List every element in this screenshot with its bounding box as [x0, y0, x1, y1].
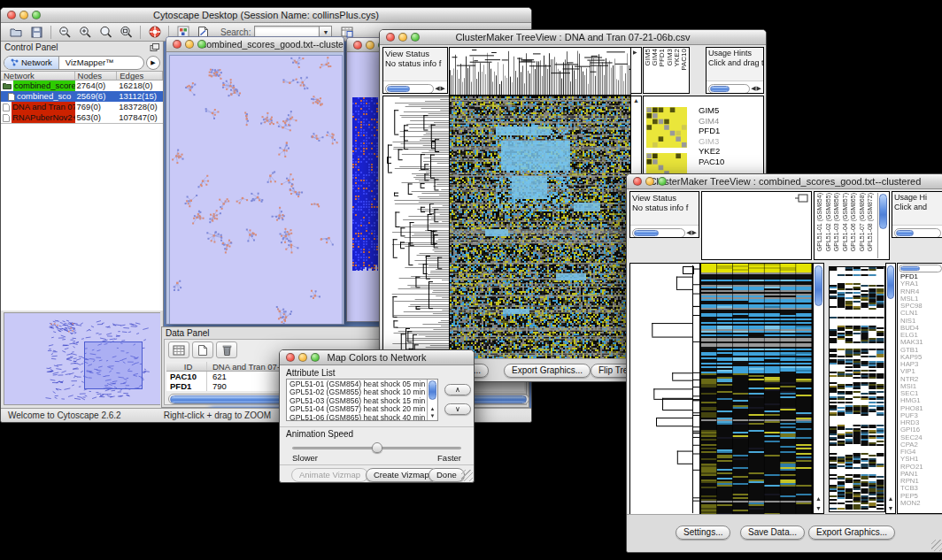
minimize-icon[interactable]: [19, 11, 28, 19]
network-row-selected[interactable]: combined_sco 2569(6) 13112(15): [1, 91, 163, 102]
help-lifesaver-icon[interactable]: [144, 24, 165, 40]
create-vizmap-button[interactable]: Create Vizmap: [366, 468, 437, 482]
gene-label[interactable]: MON2: [900, 500, 923, 507]
array-label[interactable]: PAC10: [681, 49, 688, 71]
export-graphics-button[interactable]: Export Graphics...: [504, 364, 591, 378]
new-page-icon[interactable]: [192, 341, 213, 358]
scroll-left-icon[interactable]: ◀: [751, 85, 755, 92]
row-dendrogram-canvas[interactable]: [629, 263, 700, 516]
zoom-window-icon[interactable]: [311, 353, 320, 362]
expression-heatmap-canvas[interactable]: [449, 96, 631, 360]
zoom-window-icon[interactable]: [411, 33, 420, 42]
attribute-list-vscrollbar[interactable]: ▲ ▼: [427, 380, 437, 420]
column-header-nodes[interactable]: Nodes: [75, 72, 118, 80]
row-dendrogram-canvas[interactable]: [382, 96, 451, 360]
array-label[interactable]: GPL51-02 (GSM855): [825, 193, 834, 251]
gene-label[interactable]: PAC10: [699, 157, 724, 167]
column-dendrogram-canvas[interactable]: [449, 47, 631, 96]
heatmap-vscrollbar[interactable]: ▲ ▼: [813, 263, 824, 514]
view-status-hscrollbar[interactable]: [385, 84, 434, 94]
network-row[interactable]: combined_scores 2764(0) 16218(0): [1, 81, 163, 91]
tab-vizmapper[interactable]: VizMapper™: [59, 57, 120, 69]
view-status-hscrollbar[interactable]: [632, 228, 685, 238]
gene-list-vscrollbar[interactable]: ▲ ▼: [885, 263, 896, 514]
treeview2-titlebar[interactable]: ClusterMaker TreeView : combined_scores_…: [627, 174, 942, 189]
close-icon[interactable]: [286, 353, 295, 362]
gene-list-hscrollbar[interactable]: [899, 265, 942, 272]
array-labels-vscrollbar[interactable]: [877, 193, 888, 258]
scroll-down-icon[interactable]: ▼: [430, 412, 436, 419]
correlation-matrix-canvas[interactable]: [646, 107, 687, 148]
column-header-network[interactable]: Network: [1, 72, 75, 80]
animation-speed-slider[interactable]: [292, 442, 461, 453]
array-label[interactable]: GPL51-08 (GSM872): [867, 193, 876, 251]
minimize-icon[interactable]: [645, 177, 654, 186]
zoom-window-icon[interactable]: [197, 40, 206, 49]
network-graph-canvas[interactable]: [169, 55, 343, 325]
array-label[interactable]: GPL51-01 (GSM854): [816, 193, 825, 251]
gene-label[interactable]: GIM5: [699, 105, 724, 116]
array-label[interactable]: GPL51-07 (GSM868): [859, 193, 868, 251]
dendrogram-splitter[interactable]: ▶: [630, 47, 642, 94]
zoom-window-icon[interactable]: [32, 11, 41, 19]
slider-thumb[interactable]: [372, 442, 382, 453]
minimize-icon[interactable]: [298, 353, 307, 362]
collapse-right-icon[interactable]: ▶: [633, 49, 637, 56]
attribute-item[interactable]: GPL51-06 (GSM865) heat shock 40 min: [290, 414, 437, 421]
treeview1-titlebar[interactable]: ClusterMaker TreeView : DNA and Tran 07-…: [380, 30, 766, 45]
network-row[interactable]: DNA and Tran 07 769(0) 183728(0): [1, 102, 163, 112]
cytoscape-titlebar[interactable]: Cytoscape Desktop (Session Name: collins…: [1, 8, 531, 23]
table-icon[interactable]: [168, 341, 189, 358]
zoom-window-icon[interactable]: [658, 177, 667, 186]
array-label[interactable]: GPL51-06 (GSM865): [850, 193, 859, 251]
scroll-right-icon[interactable]: ▶: [692, 229, 697, 236]
trash-icon[interactable]: [216, 341, 237, 358]
scroll-right-icon[interactable]: ▶: [441, 85, 445, 92]
settings-button[interactable]: Settings...: [676, 525, 730, 540]
tab-overflow-button[interactable]: ▶: [146, 56, 160, 70]
scroll-down-icon[interactable]: ▼: [888, 505, 894, 512]
scroll-up-icon[interactable]: ▲: [815, 495, 822, 502]
export-graphics-button[interactable]: Export Graphics...: [808, 525, 895, 540]
scroll-down-icon[interactable]: ▼: [815, 505, 822, 512]
scroll-up-icon[interactable]: ▲: [430, 405, 436, 412]
scroll-left-icon[interactable]: ◀: [435, 85, 439, 92]
float-panel-icon[interactable]: [150, 43, 159, 52]
move-up-button[interactable]: ∧: [444, 384, 471, 395]
close-icon[interactable]: [173, 40, 181, 49]
move-down-button[interactable]: ∨: [444, 403, 471, 415]
tab-network[interactable]: Network: [4, 57, 58, 69]
scroll-up-icon[interactable]: ▲: [888, 495, 894, 502]
close-icon[interactable]: [353, 41, 362, 50]
open-icon[interactable]: [6, 24, 27, 40]
network-cluster-canvas[interactable]: [352, 97, 378, 271]
done-button[interactable]: Done: [429, 468, 465, 482]
dialog-titlebar[interactable]: Map Colors to Network: [280, 350, 474, 365]
column-header-edges[interactable]: Edges: [117, 72, 163, 80]
gene-label[interactable]: GIM4: [699, 116, 724, 127]
usage-hints-hscrollbar[interactable]: [894, 228, 941, 238]
array-label[interactable]: GPL51-04 (GSM857): [842, 193, 851, 251]
usage-hints-hscrollbar[interactable]: [708, 84, 750, 94]
close-icon[interactable]: [386, 33, 395, 42]
network-overview-panel[interactable]: [4, 312, 160, 405]
zoom-out-icon[interactable]: [55, 24, 75, 40]
resize-grip[interactable]: [461, 470, 473, 481]
selected-genes-heatmap-canvas[interactable]: [829, 266, 885, 512]
close-icon[interactable]: [7, 11, 16, 19]
expression-heatmap-canvas[interactable]: [700, 263, 813, 516]
minimize-icon[interactable]: [185, 40, 194, 49]
scroll-up-icon[interactable]: ▲: [633, 97, 639, 104]
save-data-button[interactable]: Save Data...: [740, 525, 805, 540]
close-icon[interactable]: [633, 177, 642, 186]
scroll-left-icon[interactable]: ◀: [686, 229, 691, 236]
save-icon[interactable]: [27, 24, 47, 40]
id-column-header[interactable]: ID: [166, 362, 207, 371]
minimize-icon[interactable]: [366, 41, 374, 50]
minimize-icon[interactable]: [398, 33, 407, 42]
animate-vizmap-button[interactable]: Animate Vizmap: [291, 468, 368, 482]
zoom-selected-icon[interactable]: [96, 24, 116, 40]
network-overview-canvas[interactable]: [4, 313, 160, 404]
resize-grip[interactable]: [931, 540, 942, 551]
scroll-right-icon[interactable]: ▶: [757, 85, 761, 92]
